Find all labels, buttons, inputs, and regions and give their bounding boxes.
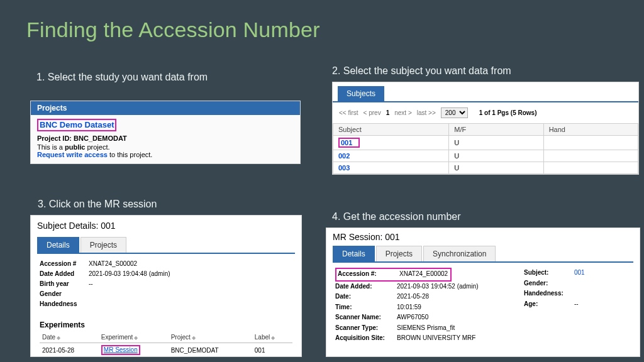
step-4-caption: 4. Get the accession number (332, 211, 461, 222)
v-subject-link[interactable]: 001 (574, 268, 585, 278)
k-accession: Accession #: (338, 269, 399, 280)
subjects-panel: Subjects << first < prev 1 next > last >… (332, 82, 639, 175)
experiments-heading: Experiments (40, 321, 292, 329)
cell-mf: U (449, 162, 543, 174)
sort-icon: ◆ (134, 335, 138, 341)
col-date-label: Date (42, 334, 55, 341)
mr-col-right: Subject:001 Gender: Handedness: Age:-- (524, 268, 585, 344)
subjects-table: Subject M/F Hand 001 U 002 U 003 U (333, 123, 638, 174)
v-scanner-type: SIEMENS Prisma_fit (397, 323, 455, 334)
request-access-link[interactable]: Request write access (37, 151, 108, 158)
k-age: Age: (524, 299, 574, 310)
tab-projects[interactable]: Projects (376, 246, 422, 261)
table-header-row: Subject M/F Hand (333, 124, 638, 136)
slide-title: Finding the Accession Number (26, 18, 320, 42)
v-acq-site: BROWN UNIVERSITY MRF (397, 333, 475, 344)
tab-details[interactable]: Details (37, 237, 79, 253)
v-time: 10:01:59 (397, 302, 421, 313)
k-time: Time: (335, 302, 397, 313)
subject-details-title: Subject Details: 001 (31, 216, 301, 233)
k-scanner-name: Scanner Name: (335, 312, 397, 323)
k-gender: Gender (40, 289, 89, 299)
experiments-table: Date◆ Experiment◆ Project◆ Label◆ 2021-0… (40, 332, 292, 357)
pager-first[interactable]: << first (339, 109, 358, 116)
project-desc-bold: public (65, 143, 85, 151)
project-desc: This is a public project. (37, 143, 294, 151)
projects-panel: Projects BNC Demo Dataset Project ID: BN… (30, 101, 301, 164)
k-birth-year: Birth year (40, 279, 89, 289)
subject-details-panel: Subject Details: 001 Details Projects Ac… (30, 215, 302, 357)
cell-hand (543, 162, 638, 174)
table-row: 003 U (333, 162, 638, 174)
table-header-row: Date◆ Experiment◆ Project◆ Label◆ (40, 332, 292, 343)
exp-label: 001 (252, 343, 292, 358)
sort-icon: ◆ (192, 335, 196, 341)
step-2-caption: 2. Select the subject you want data from (332, 65, 511, 77)
cell-mf: U (449, 136, 543, 150)
col-project[interactable]: Project◆ (169, 332, 252, 343)
mr-session-link[interactable]: MR Session (101, 345, 140, 355)
col-mf[interactable]: M/F (449, 124, 543, 136)
tab-synchronization[interactable]: Synchronization (423, 246, 496, 261)
v-accession: XNAT24_S00002 (89, 259, 137, 269)
k-gender: Gender: (524, 278, 574, 289)
k-date-added: Date Added: (335, 282, 397, 292)
sort-icon: ◆ (57, 335, 60, 341)
pager-current: 1 (386, 109, 390, 116)
exp-project: BNC_DEMODAT (169, 343, 252, 358)
table-row: 001 U (333, 136, 638, 150)
col-label-label: Label (255, 334, 270, 341)
k-date-added: Date Added (40, 269, 89, 279)
sort-icon: ◆ (271, 335, 275, 341)
subject-link-001[interactable]: 001 (338, 138, 360, 148)
subject-kv: Accession #XNAT24_S00002 Date Added2021-… (40, 259, 292, 309)
cell-hand (543, 136, 638, 150)
v-date: 2021-05-28 (397, 292, 429, 302)
tab-projects[interactable]: Projects (80, 237, 126, 253)
subject-link-002[interactable]: 002 (338, 152, 350, 160)
col-subject[interactable]: Subject (333, 124, 449, 136)
request-access-line: Request write access to this project. (37, 151, 294, 158)
project-desc-post: project. (85, 143, 109, 151)
project-id: Project ID: BNC_DEMODAT (37, 134, 294, 142)
k-subject: Subject: (524, 268, 574, 278)
col-hand[interactable]: Hand (543, 124, 638, 136)
table-row: 002 U (333, 150, 638, 162)
project-desc-pre: This is a (37, 143, 65, 151)
project-link[interactable]: BNC Demo Dataset (37, 119, 116, 131)
v-date-added: 2021-09-03 19:04:48 (admin) (89, 269, 170, 279)
col-experiment[interactable]: Experiment◆ (99, 332, 169, 343)
col-exp-label: Experiment (101, 334, 133, 341)
k-date: Date: (335, 292, 397, 302)
col-proj-label: Project (171, 334, 191, 341)
k-accession: Accession # (40, 259, 89, 269)
v-scanner-name: AWP67050 (397, 312, 428, 323)
step-3-caption: 3. Click on the MR session (38, 199, 157, 210)
mr-session-panel: MR Session: 001 Details Projects Synchro… (326, 228, 640, 357)
pager-prev[interactable]: < prev (364, 109, 381, 116)
col-date[interactable]: Date◆ (40, 332, 99, 343)
subjects-pager: << first < prev 1 next > last >> 200 1 o… (333, 101, 638, 123)
subjects-tab[interactable]: Subjects (338, 86, 384, 101)
pager-summary: 1 of 1 Pgs (5 Rows) (479, 109, 537, 116)
k-acq-site: Acquisition Site: (335, 333, 397, 344)
page-size-select[interactable]: 200 (441, 107, 468, 118)
v-birth-year: -- (89, 279, 93, 289)
v-age: -- (574, 299, 579, 310)
col-label[interactable]: Label◆ (252, 332, 292, 343)
step-1-caption: 1. Select the study you want data from (36, 72, 208, 83)
pager-next[interactable]: next > (394, 109, 412, 116)
mr-session-title: MR Session: 001 (326, 228, 640, 243)
cell-mf: U (449, 150, 543, 162)
subject-tabs: Details Projects (37, 237, 295, 254)
pager-last[interactable]: last >> (417, 109, 436, 116)
tab-details[interactable]: Details (333, 246, 375, 261)
v-date-added: 2021-09-03 19:04:52 (admin) (397, 282, 479, 292)
exp-date: 2021-05-28 (40, 343, 99, 358)
table-row: 2021-05-28 MR Session BNC_DEMODAT 001 (40, 343, 292, 358)
v-accession: XNAT24_E00002 (399, 269, 448, 280)
mr-col-left: Accession #: XNAT24_E00002 Date Added:20… (335, 268, 524, 344)
projects-header: Projects (31, 101, 300, 115)
subject-link-003[interactable]: 003 (338, 164, 350, 172)
k-handedness: Handedness (40, 299, 89, 309)
